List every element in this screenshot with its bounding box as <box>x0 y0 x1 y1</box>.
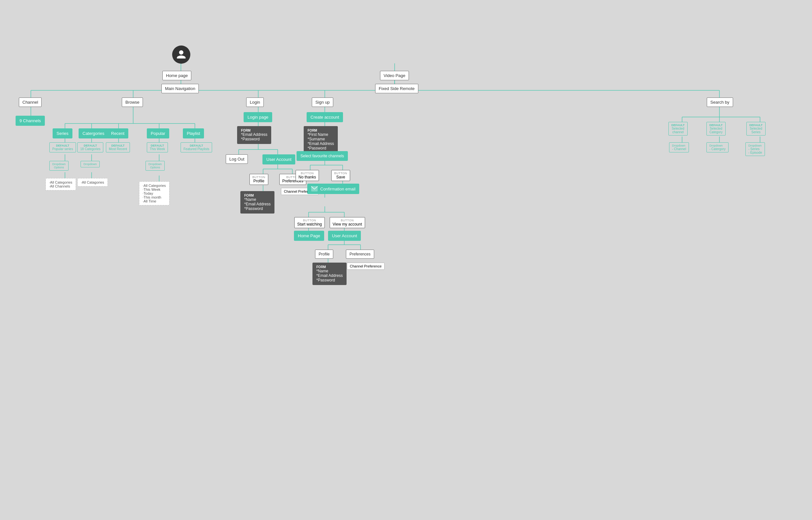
series-default-box: DEFAULT Popular series <box>49 142 76 152</box>
select-channels-label: Select favourite channels <box>301 154 344 158</box>
popular-options-node: ·All Categories ·This Week ·Today ·This … <box>139 181 170 205</box>
popular-default-node: DEFAULT This Week <box>147 142 168 152</box>
playlist-label: Playlist <box>187 131 200 136</box>
user-account2-node: User Account <box>328 231 361 241</box>
channel-node: Channel <box>19 98 41 107</box>
channel-preference2-node: Channel Preference <box>347 263 385 270</box>
btn-save-node[interactable]: BUTTON Save <box>331 170 350 181</box>
signup-form-node: FORM *First Name *Surname *Email Address… <box>304 126 338 153</box>
main-nav-box: Main Navigation <box>162 84 199 93</box>
categories-options-node: ·All Catagories <box>77 178 108 186</box>
categories-box: Catergories <box>79 128 108 138</box>
profile-form-box: FORM *Name *Email Address *Password <box>240 191 275 213</box>
channel-preference2-label: Channel Preference <box>350 264 382 268</box>
fixed-side-remote-label: Fixed Side Remote <box>379 86 415 91</box>
playlist-box: Playlist <box>183 128 204 138</box>
btn-view-account-node[interactable]: BUTTON View my account <box>330 217 365 228</box>
series-box: Series <box>53 128 73 138</box>
user-account-node: User Account <box>262 154 295 164</box>
categories-node: Catergories <box>79 128 108 138</box>
user-account2-box: User Account <box>328 231 361 241</box>
home-page-box: Home page <box>162 71 191 80</box>
dropdown-category-node: Dropdown - Catergory <box>706 142 729 152</box>
profile-form2-node: FORM *Name *Email Address *Password <box>312 263 346 285</box>
btn-start-watching-node[interactable]: BUTTON Start watching <box>294 217 325 228</box>
series-options-node: ·All Categories ·All Channels <box>46 178 76 190</box>
recent-node: Recent <box>107 128 128 138</box>
fixed-side-remote-box: Fixed Side Remote <box>375 84 418 93</box>
login-box: Login <box>246 98 264 107</box>
main-nav-label: Main Navigation <box>165 86 195 91</box>
categories-default-box: DEFAULT 18 Categories <box>77 142 103 152</box>
browse-label: Browse <box>125 100 139 105</box>
channel-box: Channel <box>19 98 41 107</box>
recent-default-box: DEFAULT Most Recent <box>106 142 130 152</box>
signup-box: Sign up <box>312 98 333 107</box>
home-page2-box: Home Page <box>294 231 324 241</box>
avatar-node <box>172 46 190 64</box>
default-channel-node: DEFAULT Selected channel <box>668 122 688 135</box>
profile2-node: Profile <box>315 250 333 259</box>
series-dropdown-node: Dropdown Options <box>49 161 68 171</box>
playlist-default-node: DEFAULT Featured Playlists <box>180 142 212 152</box>
series-default-node: DEFAULT Popular series <box>49 142 76 152</box>
signup-form-box: FORM *First Name *Surname *Email Address… <box>304 126 338 153</box>
recent-box: Recent <box>107 128 128 138</box>
playlist-node: Playlist <box>183 128 204 138</box>
logout-label: Log Out <box>229 157 244 161</box>
popular-label: Popular <box>151 131 165 136</box>
popular-box: Popular <box>147 128 169 138</box>
default-series-node: DEFAULT Selected Series <box>747 122 765 135</box>
user-icon <box>176 49 187 60</box>
signup-label: Sign up <box>315 100 330 105</box>
search-by-node: Search by <box>707 98 733 107</box>
signup-node: Sign up <box>312 98 333 107</box>
btn-start-watching-box[interactable]: BUTTON Start watching <box>294 217 325 228</box>
dropdown-channel-node: Dropdown - Channel <box>669 142 689 152</box>
btn-save-box[interactable]: BUTTON Save <box>331 170 350 181</box>
login-node: Login <box>246 98 264 107</box>
btn-profile-box[interactable]: BUTTON Profile <box>249 174 268 185</box>
login-page-node: Login page <box>244 112 272 122</box>
search-by-box: Search by <box>707 98 733 107</box>
categories-dropdown-node: Dropdown <box>81 161 100 167</box>
default-category-node: DEFAULT Selected Category <box>706 122 726 135</box>
btn-no-thanks-box[interactable]: BUTTON No thanks <box>296 170 319 181</box>
nine-channels-node: 9 Channels <box>16 116 45 126</box>
create-account-box: Create account <box>307 112 343 122</box>
dropdown-category-box: Dropdown - Catergory <box>706 142 729 152</box>
recent-label: Recent <box>111 131 124 136</box>
popular-default-box: DEFAULT This Week <box>147 142 168 152</box>
channel-label: Channel <box>22 100 38 105</box>
dropdown-series-node: Dropdown - Series - Episode <box>746 142 765 156</box>
create-account-label: Create account <box>310 115 339 120</box>
browse-box: Browse <box>122 98 143 107</box>
btn-no-thanks-node[interactable]: BUTTON No thanks <box>296 170 319 181</box>
categories-options-box: ·All Catagories <box>77 178 108 186</box>
default-series-box: DEFAULT Selected Series <box>747 122 765 135</box>
login-form-box: FORM *Email Address *Password <box>237 126 271 144</box>
popular-node: Popular <box>147 128 169 138</box>
btn-view-account-box[interactable]: BUTTON View my account <box>330 217 365 228</box>
confirmation-email-node: Confirmation email <box>307 184 359 194</box>
preferences2-label: Preferences <box>349 252 371 256</box>
dropdown-channel-box: Dropdown - Channel <box>669 142 689 152</box>
dropdown-series-box: Dropdown - Series - Episode <box>746 142 765 156</box>
select-channels-box: Select favourite channels <box>297 151 348 161</box>
user-account-label: User Account <box>266 157 291 162</box>
series-options-box: ·All Categories ·All Channels <box>46 178 76 190</box>
home-page-label: Home page <box>166 73 188 78</box>
profile-form2-box: FORM *Name *Email Address *Password <box>312 263 346 285</box>
series-node: Series <box>53 128 73 138</box>
fixed-side-remote-node: Fixed Side Remote <box>375 84 418 93</box>
search-by-label: Search by <box>710 100 729 105</box>
site-map-diagram: Home page Main Navigation Channel 9 Chan… <box>0 0 812 520</box>
btn-profile-node[interactable]: BUTTON Profile <box>249 174 268 185</box>
home-page-node: Home page <box>162 71 191 80</box>
categories-label: Catergories <box>83 131 104 136</box>
confirmation-email-box: Confirmation email <box>307 184 359 194</box>
video-page-label: Video Page <box>384 73 405 78</box>
categories-dropdown-box: Dropdown <box>81 161 100 167</box>
preferences2-box: Preferences <box>346 250 374 259</box>
login-page-box: Login page <box>244 112 272 122</box>
